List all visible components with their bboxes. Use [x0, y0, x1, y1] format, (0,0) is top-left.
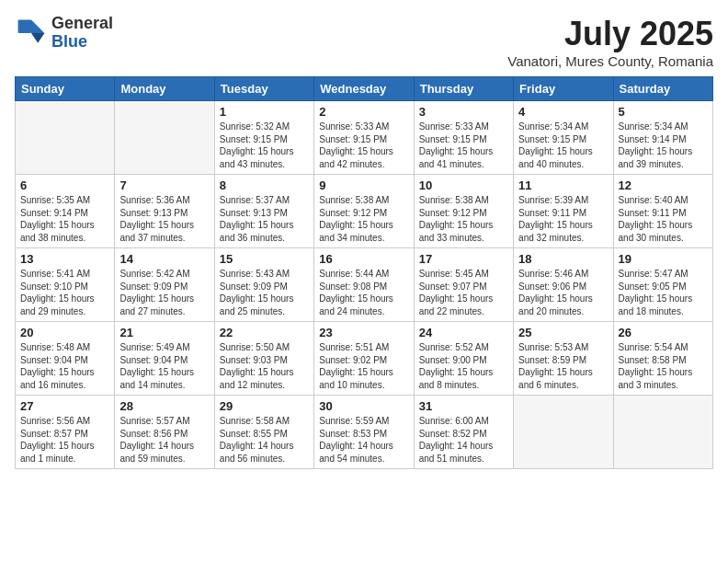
calendar-cell: 13Sunrise: 5:41 AMSunset: 9:10 PMDayligh…	[16, 248, 115, 322]
day-info: Sunrise: 5:47 AMSunset: 9:05 PMDaylight:…	[619, 268, 708, 317]
day-info: Sunrise: 5:40 AMSunset: 9:11 PMDaylight:…	[619, 194, 708, 244]
day-info: Sunrise: 5:35 AMSunset: 9:14 PMDaylight:…	[20, 194, 109, 244]
day-number: 21	[119, 326, 209, 339]
day-number: 2	[319, 105, 408, 119]
calendar-cell: 6Sunrise: 5:35 AMSunset: 9:14 PMDaylight…	[16, 175, 115, 248]
day-info: Sunrise: 5:52 AMSunset: 9:00 PMDaylight:…	[419, 341, 508, 391]
calendar-cell: 24Sunrise: 5:52 AMSunset: 9:00 PMDayligh…	[414, 322, 513, 396]
day-number: 24	[419, 326, 508, 339]
weekday-header-wednesday: Wednesday	[314, 77, 414, 101]
calendar-cell	[514, 396, 613, 469]
calendar-cell: 28Sunrise: 5:57 AMSunset: 8:56 PMDayligh…	[115, 396, 214, 469]
calendar-cell: 23Sunrise: 5:51 AMSunset: 9:02 PMDayligh…	[314, 322, 414, 396]
day-number: 7	[119, 178, 209, 192]
calendar-cell: 8Sunrise: 5:37 AMSunset: 9:13 PMDaylight…	[214, 175, 313, 248]
day-info: Sunrise: 5:54 AMSunset: 8:58 PMDaylight:…	[619, 341, 708, 391]
day-info: Sunrise: 5:33 AMSunset: 9:15 PMDaylight:…	[419, 121, 508, 170]
calendar-cell: 11Sunrise: 5:39 AMSunset: 9:11 PMDayligh…	[514, 175, 613, 248]
calendar-cell	[16, 101, 115, 175]
weekday-header-sunday: Sunday	[16, 77, 115, 101]
calendar-cell: 16Sunrise: 5:44 AMSunset: 9:08 PMDayligh…	[314, 248, 414, 322]
day-number: 27	[20, 399, 109, 413]
calendar-week-4: 20Sunrise: 5:48 AMSunset: 9:04 PMDayligh…	[16, 322, 713, 396]
day-number: 23	[319, 326, 408, 339]
calendar-cell: 20Sunrise: 5:48 AMSunset: 9:04 PMDayligh…	[16, 322, 115, 396]
calendar-cell: 9Sunrise: 5:38 AMSunset: 9:12 PMDaylight…	[314, 175, 414, 248]
calendar-cell: 21Sunrise: 5:49 AMSunset: 9:04 PMDayligh…	[115, 322, 214, 396]
calendar: SundayMondayTuesdayWednesdayThursdayFrid…	[15, 76, 713, 469]
day-number: 25	[518, 326, 608, 339]
day-number: 5	[619, 105, 708, 119]
day-number: 8	[220, 178, 309, 192]
calendar-cell: 30Sunrise: 5:59 AMSunset: 8:53 PMDayligh…	[314, 396, 414, 469]
calendar-cell: 4Sunrise: 5:34 AMSunset: 9:15 PMDaylight…	[514, 101, 613, 175]
page-header: General Blue July 2025 Vanatori, Mures C…	[15, 15, 713, 69]
day-info: Sunrise: 5:37 AMSunset: 9:13 PMDaylight:…	[220, 194, 309, 244]
day-info: Sunrise: 5:32 AMSunset: 9:15 PMDaylight:…	[220, 121, 309, 170]
day-number: 18	[518, 252, 608, 266]
calendar-cell	[613, 396, 712, 469]
day-number: 14	[119, 252, 209, 266]
weekday-header-saturday: Saturday	[613, 77, 712, 101]
day-info: Sunrise: 6:00 AMSunset: 8:52 PMDaylight:…	[419, 415, 508, 465]
calendar-cell: 7Sunrise: 5:36 AMSunset: 9:13 PMDaylight…	[115, 175, 214, 248]
calendar-cell: 5Sunrise: 5:34 AMSunset: 9:14 PMDaylight…	[613, 101, 712, 175]
day-info: Sunrise: 5:46 AMSunset: 9:06 PMDaylight:…	[518, 268, 608, 317]
day-number: 17	[419, 252, 508, 266]
day-info: Sunrise: 5:44 AMSunset: 9:08 PMDaylight:…	[319, 268, 408, 317]
calendar-cell: 22Sunrise: 5:50 AMSunset: 9:03 PMDayligh…	[214, 322, 313, 396]
day-info: Sunrise: 5:34 AMSunset: 9:14 PMDaylight:…	[619, 121, 708, 170]
day-number: 12	[619, 178, 708, 192]
weekday-header-friday: Friday	[514, 77, 613, 101]
day-number: 11	[518, 178, 608, 192]
logo-text: General Blue	[51, 15, 113, 52]
day-info: Sunrise: 5:49 AMSunset: 9:04 PMDaylight:…	[119, 341, 209, 391]
calendar-cell: 15Sunrise: 5:43 AMSunset: 9:09 PMDayligh…	[214, 248, 313, 322]
day-info: Sunrise: 5:48 AMSunset: 9:04 PMDaylight:…	[20, 341, 109, 391]
logo: General Blue	[15, 15, 113, 52]
day-info: Sunrise: 5:39 AMSunset: 9:11 PMDaylight:…	[518, 194, 608, 244]
day-number: 4	[518, 105, 608, 119]
day-info: Sunrise: 5:57 AMSunset: 8:56 PMDaylight:…	[119, 415, 209, 465]
weekday-header-monday: Monday	[115, 77, 214, 101]
day-info: Sunrise: 5:43 AMSunset: 9:09 PMDaylight:…	[220, 268, 309, 317]
calendar-cell: 2Sunrise: 5:33 AMSunset: 9:15 PMDaylight…	[314, 101, 414, 175]
day-number: 30	[319, 399, 408, 413]
calendar-cell	[115, 101, 214, 175]
day-number: 19	[619, 252, 708, 266]
weekday-header-tuesday: Tuesday	[214, 77, 313, 101]
day-number: 20	[20, 326, 109, 339]
day-number: 22	[220, 326, 309, 339]
logo-general: General	[51, 14, 113, 32]
weekday-header-thursday: Thursday	[414, 77, 513, 101]
day-info: Sunrise: 5:34 AMSunset: 9:15 PMDaylight:…	[518, 121, 608, 170]
day-info: Sunrise: 5:58 AMSunset: 8:55 PMDaylight:…	[220, 415, 309, 465]
calendar-cell: 27Sunrise: 5:56 AMSunset: 8:57 PMDayligh…	[16, 396, 115, 469]
day-number: 26	[619, 326, 708, 339]
calendar-cell: 19Sunrise: 5:47 AMSunset: 9:05 PMDayligh…	[613, 248, 712, 322]
title-block: July 2025 Vanatori, Mures County, Romani…	[507, 15, 713, 69]
calendar-cell: 12Sunrise: 5:40 AMSunset: 9:11 PMDayligh…	[613, 175, 712, 248]
day-number: 29	[220, 399, 309, 413]
day-info: Sunrise: 5:59 AMSunset: 8:53 PMDaylight:…	[319, 415, 408, 465]
calendar-cell: 10Sunrise: 5:38 AMSunset: 9:12 PMDayligh…	[414, 175, 513, 248]
calendar-week-3: 13Sunrise: 5:41 AMSunset: 9:10 PMDayligh…	[16, 248, 713, 322]
day-number: 9	[319, 178, 408, 192]
logo-icon	[15, 17, 48, 50]
location: Vanatori, Mures County, Romania	[507, 53, 713, 69]
day-info: Sunrise: 5:42 AMSunset: 9:09 PMDaylight:…	[119, 268, 209, 317]
day-info: Sunrise: 5:38 AMSunset: 9:12 PMDaylight:…	[319, 194, 408, 244]
day-info: Sunrise: 5:56 AMSunset: 8:57 PMDaylight:…	[20, 415, 109, 465]
month-year: July 2025	[507, 15, 713, 53]
day-info: Sunrise: 5:41 AMSunset: 9:10 PMDaylight:…	[20, 268, 109, 317]
day-number: 13	[20, 252, 109, 266]
calendar-cell: 31Sunrise: 6:00 AMSunset: 8:52 PMDayligh…	[414, 396, 513, 469]
svg-marker-1	[31, 33, 44, 43]
calendar-week-5: 27Sunrise: 5:56 AMSunset: 8:57 PMDayligh…	[16, 396, 713, 469]
calendar-cell: 17Sunrise: 5:45 AMSunset: 9:07 PMDayligh…	[414, 248, 513, 322]
day-number: 31	[419, 399, 508, 413]
day-info: Sunrise: 5:33 AMSunset: 9:15 PMDaylight:…	[319, 121, 408, 170]
calendar-cell: 14Sunrise: 5:42 AMSunset: 9:09 PMDayligh…	[115, 248, 214, 322]
logo-blue: Blue	[51, 32, 87, 51]
calendar-week-2: 6Sunrise: 5:35 AMSunset: 9:14 PMDaylight…	[16, 175, 713, 248]
